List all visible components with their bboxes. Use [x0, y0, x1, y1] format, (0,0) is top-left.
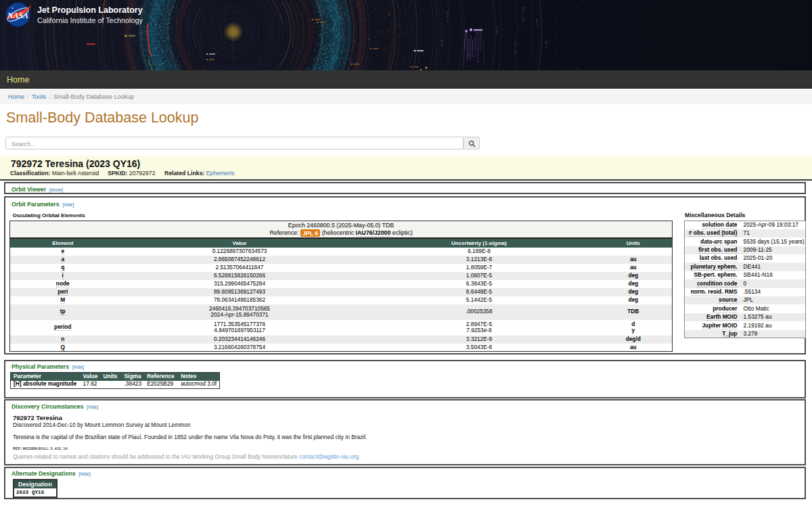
svg-text:dM=n dt: dM=n dt	[446, 11, 449, 22]
svg-text:r=a(1-ecosE): r=a(1-ecosE)	[514, 39, 517, 55]
svg-text:dE/dt: dE/dt	[441, 39, 444, 47]
svg-text:n=2p/P: n=2p/P	[495, 26, 499, 35]
svg-text:M=E-e sinE: M=E-e sinE	[522, 7, 525, 22]
svg-text:NASA: NASA	[7, 11, 28, 20]
svg-text:tan v/2: tan v/2	[535, 19, 539, 28]
svg-text:a(1-e): a(1-e)	[545, 41, 548, 48]
